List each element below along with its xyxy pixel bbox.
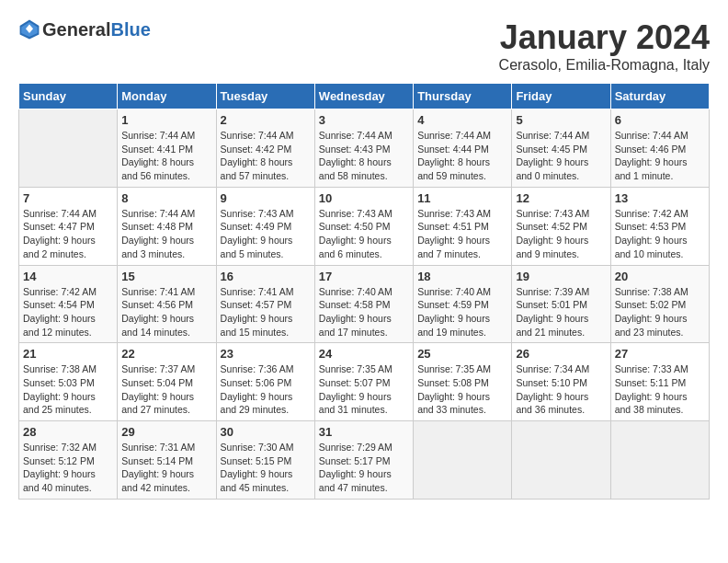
logo: GeneralBlue	[18, 18, 151, 40]
weekday-header: Sunday	[19, 84, 118, 109]
cell-info: Sunrise: 7:42 AMSunset: 4:54 PMDaylight:…	[23, 285, 113, 339]
weekday-header-row: SundayMondayTuesdayWednesdayThursdayFrid…	[19, 84, 710, 109]
cell-info: Sunrise: 7:37 AMSunset: 5:04 PMDaylight:…	[121, 362, 211, 417]
calendar-cell: 20Sunrise: 7:38 AMSunset: 5:02 PMDayligh…	[610, 265, 709, 343]
calendar-cell: 1Sunrise: 7:44 AMSunset: 4:41 PMDaylight…	[118, 109, 216, 188]
day-number: 28	[23, 425, 113, 439]
day-number: 6	[615, 113, 705, 127]
cell-info: Sunrise: 7:43 AMSunset: 4:49 PMDaylight:…	[221, 207, 311, 261]
cell-info: Sunrise: 7:35 AMSunset: 5:08 PMDaylight:…	[417, 362, 507, 417]
calendar-cell: 7Sunrise: 7:44 AMSunset: 4:47 PMDaylight…	[19, 187, 118, 265]
calendar-cell: 29Sunrise: 7:31 AMSunset: 5:14 PMDayligh…	[118, 421, 216, 500]
calendar-cell: 30Sunrise: 7:30 AMSunset: 5:15 PMDayligh…	[216, 421, 314, 500]
day-number: 24	[319, 347, 409, 361]
logo-general: General	[42, 19, 110, 40]
calendar-cell: 10Sunrise: 7:43 AMSunset: 4:50 PMDayligh…	[314, 187, 413, 265]
month-title: January 2024	[499, 18, 710, 57]
day-number: 7	[23, 191, 113, 205]
cell-info: Sunrise: 7:42 AMSunset: 4:53 PMDaylight:…	[615, 207, 705, 261]
cell-info: Sunrise: 7:38 AMSunset: 5:02 PMDaylight:…	[615, 285, 705, 339]
day-number: 22	[121, 347, 211, 361]
day-number: 5	[516, 113, 606, 127]
calendar-cell: 19Sunrise: 7:39 AMSunset: 5:01 PMDayligh…	[512, 265, 610, 343]
cell-info: Sunrise: 7:40 AMSunset: 4:59 PMDaylight:…	[417, 285, 507, 339]
weekday-header: Wednesday	[314, 84, 413, 109]
calendar-week-row: 28Sunrise: 7:32 AMSunset: 5:12 PMDayligh…	[19, 421, 710, 500]
day-number: 11	[417, 191, 507, 205]
day-number: 20	[615, 270, 705, 283]
day-number: 29	[121, 425, 211, 439]
calendar-cell: 26Sunrise: 7:34 AMSunset: 5:10 PMDayligh…	[512, 343, 610, 421]
calendar-week-row: 14Sunrise: 7:42 AMSunset: 4:54 PMDayligh…	[19, 265, 710, 343]
calendar-cell: 3Sunrise: 7:44 AMSunset: 4:43 PMDaylight…	[314, 109, 413, 188]
cell-info: Sunrise: 7:44 AMSunset: 4:47 PMDaylight:…	[23, 207, 113, 261]
calendar-table: SundayMondayTuesdayWednesdayThursdayFrid…	[18, 83, 710, 500]
cell-info: Sunrise: 7:34 AMSunset: 5:10 PMDaylight:…	[516, 362, 606, 417]
day-number: 14	[23, 270, 113, 283]
cell-info: Sunrise: 7:44 AMSunset: 4:46 PMDaylight:…	[615, 129, 705, 183]
calendar-cell: 28Sunrise: 7:32 AMSunset: 5:12 PMDayligh…	[19, 421, 118, 500]
cell-info: Sunrise: 7:44 AMSunset: 4:45 PMDaylight:…	[516, 129, 606, 183]
day-number: 4	[417, 113, 507, 127]
cell-info: Sunrise: 7:39 AMSunset: 5:01 PMDaylight:…	[516, 285, 606, 339]
calendar-cell: 11Sunrise: 7:43 AMSunset: 4:51 PMDayligh…	[414, 187, 512, 265]
cell-info: Sunrise: 7:41 AMSunset: 4:57 PMDaylight:…	[221, 285, 311, 339]
calendar-cell	[19, 109, 118, 188]
calendar-cell: 13Sunrise: 7:42 AMSunset: 4:53 PMDayligh…	[610, 187, 709, 265]
cell-info: Sunrise: 7:44 AMSunset: 4:44 PMDaylight:…	[417, 129, 507, 183]
calendar-cell: 18Sunrise: 7:40 AMSunset: 4:59 PMDayligh…	[414, 265, 512, 343]
cell-info: Sunrise: 7:44 AMSunset: 4:48 PMDaylight:…	[121, 207, 211, 261]
day-number: 2	[221, 113, 311, 127]
day-number: 9	[221, 191, 311, 205]
cell-info: Sunrise: 7:43 AMSunset: 4:52 PMDaylight:…	[516, 207, 606, 261]
logo-blue: Blue	[110, 19, 150, 40]
day-number: 21	[23, 347, 113, 361]
cell-info: Sunrise: 7:36 AMSunset: 5:06 PMDaylight:…	[221, 362, 311, 417]
calendar-week-row: 1Sunrise: 7:44 AMSunset: 4:41 PMDaylight…	[19, 109, 710, 188]
day-number: 27	[615, 347, 705, 361]
cell-info: Sunrise: 7:33 AMSunset: 5:11 PMDaylight:…	[615, 362, 705, 417]
calendar-cell: 9Sunrise: 7:43 AMSunset: 4:49 PMDaylight…	[216, 187, 314, 265]
cell-info: Sunrise: 7:35 AMSunset: 5:07 PMDaylight:…	[319, 362, 409, 417]
weekday-header: Thursday	[414, 84, 512, 109]
calendar-cell: 2Sunrise: 7:44 AMSunset: 4:42 PMDaylight…	[216, 109, 314, 188]
cell-info: Sunrise: 7:44 AMSunset: 4:41 PMDaylight:…	[121, 129, 211, 183]
day-number: 23	[221, 347, 311, 361]
calendar-week-row: 7Sunrise: 7:44 AMSunset: 4:47 PMDaylight…	[19, 187, 710, 265]
calendar-cell: 6Sunrise: 7:44 AMSunset: 4:46 PMDaylight…	[610, 109, 709, 188]
calendar-cell: 5Sunrise: 7:44 AMSunset: 4:45 PMDaylight…	[512, 109, 610, 188]
calendar-cell: 12Sunrise: 7:43 AMSunset: 4:52 PMDayligh…	[512, 187, 610, 265]
logo-icon	[18, 18, 40, 40]
calendar-cell	[610, 421, 709, 500]
cell-info: Sunrise: 7:31 AMSunset: 5:14 PMDaylight:…	[121, 441, 211, 495]
day-number: 8	[121, 191, 211, 205]
cell-info: Sunrise: 7:40 AMSunset: 4:58 PMDaylight:…	[319, 285, 409, 339]
calendar-cell: 22Sunrise: 7:37 AMSunset: 5:04 PMDayligh…	[118, 343, 216, 421]
weekday-header: Tuesday	[216, 84, 314, 109]
day-number: 15	[121, 270, 211, 283]
calendar-cell: 21Sunrise: 7:38 AMSunset: 5:03 PMDayligh…	[19, 343, 118, 421]
day-number: 13	[615, 191, 705, 205]
calendar-cell: 4Sunrise: 7:44 AMSunset: 4:44 PMDaylight…	[414, 109, 512, 188]
calendar-cell: 23Sunrise: 7:36 AMSunset: 5:06 PMDayligh…	[216, 343, 314, 421]
day-number: 30	[221, 425, 311, 439]
cell-info: Sunrise: 7:44 AMSunset: 4:43 PMDaylight:…	[319, 129, 409, 183]
cell-info: Sunrise: 7:43 AMSunset: 4:51 PMDaylight:…	[417, 207, 507, 261]
day-number: 19	[516, 270, 606, 283]
weekday-header: Saturday	[610, 84, 709, 109]
day-number: 16	[221, 270, 311, 283]
day-number: 12	[516, 191, 606, 205]
day-number: 17	[319, 270, 409, 283]
calendar-cell: 8Sunrise: 7:44 AMSunset: 4:48 PMDaylight…	[118, 187, 216, 265]
location: Cerasolo, Emilia-Romagna, Italy	[499, 57, 710, 74]
cell-info: Sunrise: 7:38 AMSunset: 5:03 PMDaylight:…	[23, 362, 113, 417]
calendar-cell: 16Sunrise: 7:41 AMSunset: 4:57 PMDayligh…	[216, 265, 314, 343]
cell-info: Sunrise: 7:32 AMSunset: 5:12 PMDaylight:…	[23, 441, 113, 495]
calendar-cell: 24Sunrise: 7:35 AMSunset: 5:07 PMDayligh…	[314, 343, 413, 421]
calendar-cell: 15Sunrise: 7:41 AMSunset: 4:56 PMDayligh…	[118, 265, 216, 343]
cell-info: Sunrise: 7:43 AMSunset: 4:50 PMDaylight:…	[319, 207, 409, 261]
calendar-cell: 25Sunrise: 7:35 AMSunset: 5:08 PMDayligh…	[414, 343, 512, 421]
day-number: 1	[121, 113, 211, 127]
title-section: January 2024 Cerasolo, Emilia-Romagna, I…	[499, 18, 710, 74]
day-number: 18	[417, 270, 507, 283]
